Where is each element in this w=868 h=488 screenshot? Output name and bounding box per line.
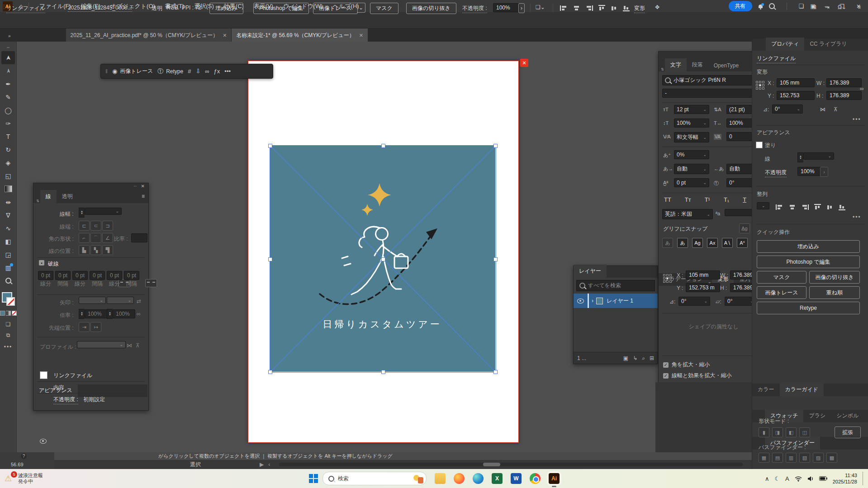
butt-cap-icon[interactable]: ⊏ <box>79 221 90 231</box>
tab-untitled-1[interactable]: 名称未設定-1* @ 56.69 %（CMYK/プレビュー） ✕ <box>232 28 368 42</box>
tab-practice-pdf[interactable]: 2025_11_26_AI_practice.pdf* @ 50 %（CMYK/… <box>66 28 232 42</box>
embed-button[interactable]: 埋め込み <box>757 240 860 253</box>
symbol-sprayer-tool[interactable]: ◧ <box>1 235 15 248</box>
more-options-icon[interactable]: ••• <box>853 116 861 123</box>
char-toggle-angle[interactable]: A∖ <box>722 238 733 248</box>
weather-widget[interactable]: ⚠5 波浪注意報 発令中 <box>5 473 43 484</box>
tab-transparency[interactable]: 透明 <box>57 190 78 203</box>
new-sublayer-icon[interactable]: ↳ <box>633 355 637 361</box>
align-left-icon[interactable] <box>776 204 783 210</box>
panel-menu-icon[interactable]: ≡ <box>142 193 145 199</box>
layer-thumbnail[interactable] <box>596 298 603 304</box>
mask-button[interactable]: マスク <box>757 271 806 284</box>
x-field[interactable]: 105 mm <box>686 270 720 280</box>
minus-front-icon[interactable]: ◨ <box>772 427 783 437</box>
round-cap-icon[interactable]: ⊂ <box>90 221 101 231</box>
char-toggle-alternates[interactable]: Ax <box>707 238 718 248</box>
arrow-scale2-stepper[interactable]: ▲▼ <box>107 309 113 319</box>
rotate-tool[interactable]: ↻ <box>1 143 15 156</box>
context-image-trace-button[interactable]: ◉ 画像トレース <box>112 67 153 75</box>
control-menu-icon[interactable]: ≡ <box>858 4 861 10</box>
dock-rotate-combo[interactable]: 0°⌄ <box>772 104 803 114</box>
zoom-level-field[interactable]: 56.69 <box>11 462 24 467</box>
effects-icon[interactable]: ƒx <box>214 68 220 75</box>
outline-icon[interactable]: ▨ <box>813 453 824 463</box>
superscript-icon[interactable]: T¹ <box>705 196 710 203</box>
layer-name[interactable]: レイヤー 1 <box>607 297 633 305</box>
appearance-opacity-label[interactable]: 不透明度 : <box>53 396 78 404</box>
snap-options-icon[interactable]: ⇥ <box>825 4 830 10</box>
tab-color-guide[interactable]: カラーガイド <box>780 383 824 396</box>
align-stroke-outside-icon[interactable]: ▜ <box>102 245 113 255</box>
font-family-combo[interactable]: 小塚ゴシック Pr6N R⌄ <box>662 75 764 85</box>
align-right-icon[interactable] <box>801 204 809 210</box>
dock-opacity-label[interactable]: 不透明度 <box>765 169 787 177</box>
arrange-button[interactable]: 重ね順 <box>809 286 860 299</box>
battery-icon[interactable] <box>819 476 827 481</box>
v-scale-combo[interactable]: 100%⌄ <box>674 118 709 128</box>
y-field[interactable]: 152.753 m <box>686 283 720 292</box>
stroke-weight-stepper[interactable]: ▲▼ <box>79 208 85 218</box>
more-options-icon[interactable]: ••• <box>224 68 231 75</box>
tab-paragraph[interactable]: 段落 <box>687 58 708 71</box>
hidden-icons-chevron[interactable]: ∧ <box>765 475 769 482</box>
chrome-icon[interactable] <box>530 473 541 484</box>
tab-character[interactable]: 文字 <box>665 58 687 71</box>
char-toggle-glyph-guides[interactable]: Ag <box>692 238 703 248</box>
ellipse-tool[interactable]: ◯ <box>1 104 15 117</box>
reference-point-locator[interactable] <box>756 81 764 90</box>
tab-stroke[interactable]: 線 <box>40 190 57 203</box>
image-trace-button[interactable]: 画像トレース <box>757 286 806 299</box>
align-stroke-center-icon[interactable]: ▙ <box>79 245 90 255</box>
kerning-combo[interactable]: 和文等幅⌄ <box>674 132 709 142</box>
dash-value-field[interactable]: 0 pt <box>90 271 105 280</box>
tab-brushes[interactable]: ブラシ <box>803 409 831 422</box>
dash-value-field[interactable]: 0 pt <box>72 271 88 280</box>
eraser-tool[interactable]: ◈ <box>1 156 15 169</box>
tsume-combo[interactable]: 0%⌄ <box>674 150 709 159</box>
language-combo[interactable]: 英語：米国⌄ <box>662 209 713 219</box>
play-icon[interactable]: ▶ <box>260 461 264 468</box>
panel-header[interactable]: ·· ✕ <box>33 183 148 190</box>
share-button[interactable]: 共有 <box>729 1 752 11</box>
flip-along-icon[interactable]: ⋈ <box>127 342 132 349</box>
curvature-tool[interactable]: ✎ <box>1 90 15 104</box>
tab-opentype[interactable]: OpenType <box>708 60 744 71</box>
tab-overflow-icon[interactable]: » <box>8 33 11 38</box>
glyph-guides-icon[interactable]: A̲g <box>739 223 750 233</box>
bevel-join-icon[interactable]: ∠ <box>102 233 113 243</box>
none-mode-icon[interactable] <box>12 311 17 316</box>
edge-icon[interactable] <box>473 473 484 484</box>
appearance-opacity-value[interactable]: 初期設定 <box>83 396 105 403</box>
speaker-icon[interactable] <box>807 476 814 482</box>
tab-properties[interactable]: プロパティ <box>766 38 804 51</box>
ratio-field[interactable] <box>131 233 147 242</box>
free-transform-icon[interactable]: ✥ <box>655 4 659 10</box>
do-not-disturb-icon[interactable]: ☾ <box>774 475 780 482</box>
align-left-icon[interactable] <box>560 5 568 11</box>
make-clip-mask-icon[interactable]: ▣ <box>623 355 628 361</box>
align-bottom-icon[interactable] <box>623 5 630 11</box>
handle-center[interactable] <box>381 257 385 261</box>
layers-search-field[interactable]: すべてを検索 <box>576 280 655 291</box>
layer-row-selected[interactable]: › レイヤー 1 <box>574 294 658 308</box>
align-top-icon[interactable] <box>598 5 605 11</box>
constrain-link-icon[interactable]: ∞ <box>860 85 864 92</box>
clock[interactable]: 11:43 2025/11/28 <box>833 472 857 485</box>
excel-icon[interactable]: X <box>492 473 503 484</box>
artboard-tool[interactable]: ◲ <box>1 248 15 261</box>
word-icon[interactable]: W <box>511 473 522 484</box>
handle-bottom-right[interactable] <box>493 370 498 374</box>
flip-across-icon[interactable]: ⊼ <box>136 342 140 349</box>
linked-file-label[interactable]: リンクファイル <box>6 5 45 13</box>
shape-builder-tool[interactable]: ◱ <box>1 169 15 182</box>
font-style-combo[interactable]: -⌄ <box>662 89 764 98</box>
crop-image-button[interactable]: 画像の切り抜き <box>809 271 860 284</box>
screen-mode-icon[interactable]: ⧉ <box>6 332 10 338</box>
pen-tool[interactable]: ✒ <box>1 77 15 90</box>
arrow-scale1-field[interactable]: 100% <box>85 309 107 318</box>
char-toggle-warichu[interactable]: あ <box>677 238 688 248</box>
pixel-grid-icon[interactable]: ⊞ <box>812 4 816 10</box>
link-icon[interactable]: ∞ <box>205 68 209 75</box>
dock-y-field[interactable]: 152.753 <box>777 91 815 100</box>
